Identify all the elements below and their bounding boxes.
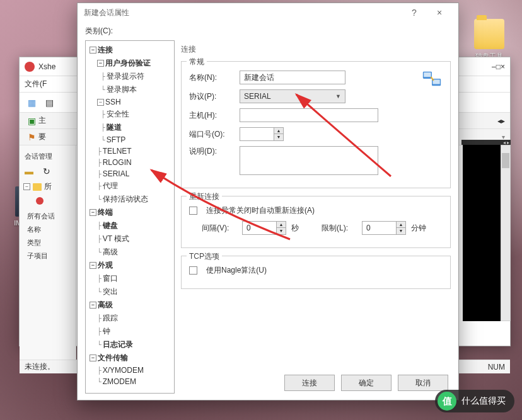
spin-down-icon[interactable]: ▼ — [274, 134, 283, 140]
folder-icon — [33, 183, 42, 191]
collapse-icon[interactable]: − — [90, 47, 96, 54]
flag-icon[interactable]: ⚑ — [25, 130, 38, 144]
protocol-select[interactable]: SERIAL ▼ — [240, 89, 345, 103]
tree-vtmode[interactable]: ├ VT 模式 — [87, 232, 173, 246]
collapse-icon[interactable]: − — [90, 302, 96, 309]
status-right: NUM — [488, 363, 505, 372]
auto-reconnect-label: 连接异常关闭时自动重新连接(A) — [206, 205, 315, 216]
tree-logging[interactable]: └ 日志记录 — [87, 338, 173, 351]
dialog-titlebar[interactable]: 新建会话属性 ? × — [78, 3, 458, 22]
tree-ssh[interactable]: −SSH — [87, 96, 173, 108]
tree-bell[interactable]: ├ 钟 — [87, 325, 173, 338]
interval-label: 间隔(V): — [202, 223, 237, 234]
interval-input[interactable] — [242, 221, 276, 235]
protocol-value: SERIAL — [244, 92, 271, 101]
field-label: 类型 — [26, 236, 69, 249]
scrollbar[interactable] — [501, 145, 511, 321]
name-input[interactable] — [240, 71, 345, 84]
tree-appearance[interactable]: −外观 — [87, 259, 173, 272]
limit-label: 限制(L): — [322, 223, 357, 234]
tree-keepalive[interactable]: └ 保持活动状态 — [87, 193, 173, 206]
collapse-icon[interactable]: − — [23, 183, 30, 190]
tree-rlogin[interactable]: ├ RLOGIN — [87, 157, 173, 168]
new-tab-icon[interactable]: ▦ — [25, 96, 38, 110]
dialog-title-text: 新建会话属性 — [84, 8, 402, 18]
sidebar-header: 会话管理 — [22, 149, 73, 164]
spin-down-icon[interactable]: ▼ — [397, 228, 405, 234]
tree-zmodem[interactable]: └ ZMODEM — [87, 376, 173, 387]
limit-input[interactable] — [362, 221, 396, 235]
collapse-icon[interactable]: − — [97, 60, 104, 67]
ok-button[interactable]: 确定 — [341, 375, 392, 391]
collapse-icon[interactable]: − — [90, 262, 96, 269]
field-label: 名称 — [26, 223, 69, 236]
tree-trace[interactable]: ├ 跟踪 — [87, 312, 173, 325]
group-tcp: TCP选项 使用Nagle算法(U) — [181, 256, 451, 289]
tab-label[interactable]: 主 — [38, 115, 46, 126]
tree-login-script[interactable]: └ 登录脚本 — [87, 83, 173, 96]
field-label: 所有会话 — [26, 210, 69, 223]
tree-connection[interactable]: −连接 — [87, 43, 173, 57]
sidebar-node[interactable]: 所 — [44, 181, 52, 192]
tree-window[interactable]: ├ 窗口 — [87, 272, 173, 285]
new-session-dialog: 新建会话属性 ? × 类别(C): −连接 −用户身份验证 ├ 登录提示符 └ … — [77, 3, 459, 400]
tree-auth[interactable]: −用户身份验证 — [87, 57, 173, 70]
desktop-icon-folder[interactable]: 猫盘工具 — [468, 19, 511, 61]
desc-input[interactable] — [240, 146, 378, 175]
settings-pane: 连接 常规 名称(N): 协议(P): SERIAL ▼ — [181, 40, 451, 394]
timeline-scrubber[interactable]: ◂▸ — [461, 140, 511, 145]
spin-up-icon[interactable]: ▲ — [277, 222, 286, 228]
menu-file[interactable]: 文件(F — [25, 79, 47, 89]
tree-terminal[interactable]: −终端 — [87, 206, 173, 219]
terminal-viewport[interactable] — [463, 145, 501, 321]
limit-spinner[interactable]: ▲▼ — [362, 221, 406, 235]
status-left: 未连接。 — [25, 361, 55, 372]
tree-serial[interactable]: ├ SERIAL — [87, 168, 173, 179]
tree-highlight[interactable]: └ 突出 — [87, 285, 173, 298]
collapse-icon[interactable]: − — [97, 99, 104, 106]
sidebar-tool-icon[interactable]: ▬ — [22, 164, 36, 178]
collapse-icon[interactable]: − — [90, 209, 96, 216]
protocol-label: 协议(P): — [189, 91, 235, 102]
tree-filetransfer[interactable]: −文件传输 — [87, 351, 173, 365]
group-reconnect: 重新连接 连接异常关闭时自动重新连接(A) 间隔(V): ▲▼ 秒 限制(L — [181, 196, 451, 248]
tree-advanced-terminal[interactable]: └ 高级 — [87, 246, 173, 259]
tree-telnet[interactable]: ├ TELNET — [87, 145, 173, 157]
nav-right-icon[interactable]: ▸ — [501, 116, 505, 125]
name-label: 名称(N): — [189, 72, 235, 83]
spin-down-icon[interactable]: ▼ — [277, 228, 286, 234]
maximize-button[interactable]: □ — [496, 62, 501, 71]
interval-spinner[interactable]: ▲▼ — [242, 221, 286, 235]
cancel-button[interactable]: 取消 — [398, 375, 448, 391]
spin-up-icon[interactable]: ▲ — [397, 222, 405, 228]
session-icon — [36, 197, 44, 205]
category-tree[interactable]: −连接 −用户身份验证 ├ 登录提示符 └ 登录脚本 −SSH ├ 安全性 ├ … — [85, 40, 175, 394]
collapse-icon[interactable]: − — [90, 355, 96, 361]
port-label: 端口号(O): — [189, 129, 235, 140]
close-button[interactable]: × — [501, 62, 505, 71]
tree-security[interactable]: ├ 安全性 — [87, 108, 173, 121]
help-button[interactable]: ? — [402, 3, 427, 22]
tab-req[interactable]: 要 — [38, 132, 46, 142]
tree-login-prompt[interactable]: ├ 登录提示符 — [87, 70, 173, 83]
close-button[interactable]: × — [427, 3, 452, 22]
tree-sftp[interactable]: └ SFTP — [87, 134, 173, 145]
minimize-button[interactable]: – — [492, 62, 496, 71]
tree-keyboard[interactable]: ├ 键盘 — [87, 219, 173, 232]
tree-tunnel[interactable]: ├ 隧道 — [87, 121, 173, 134]
sidebar-tool-icon[interactable]: ↻ — [40, 164, 54, 178]
toolbar-button[interactable]: ▤ — [42, 96, 56, 110]
nagle-checkbox[interactable] — [189, 266, 197, 275]
auto-reconnect-checkbox[interactable] — [189, 207, 197, 215]
spin-up-icon[interactable]: ▲ — [274, 128, 283, 134]
tree-proxy[interactable]: ├ 代理 — [87, 179, 173, 193]
limit-unit: 分钟 — [411, 223, 426, 234]
port-spinner[interactable]: ▲▼ — [240, 127, 284, 141]
port-input[interactable] — [240, 127, 274, 141]
folder-icon — [474, 19, 504, 49]
tree-advanced[interactable]: −高级 — [87, 298, 173, 312]
connect-button[interactable]: 连接 — [284, 375, 335, 391]
host-input[interactable] — [240, 108, 378, 122]
tree-xymodem[interactable]: ├ X/YMODEM — [87, 365, 173, 376]
scrollbar-thumb[interactable] — [502, 153, 509, 168]
